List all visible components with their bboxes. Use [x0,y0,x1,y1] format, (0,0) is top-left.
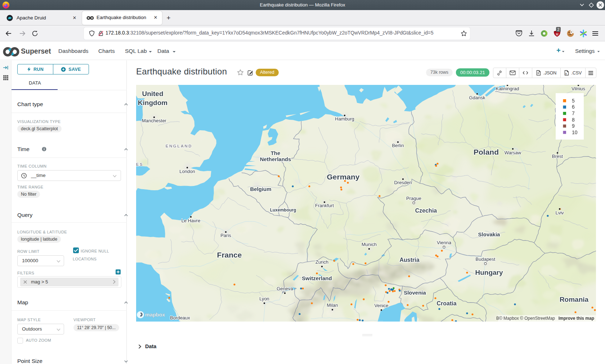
svg-text:Germany: Germany [327,173,359,181]
svg-text:Lyon: Lyon [259,296,269,301]
svg-text:Slovenia: Slovenia [404,290,426,296]
svg-text:x: x [565,72,567,75]
svg-text:Venice: Venice [374,303,388,308]
svg-text:Gdansk: Gdansk [469,95,485,100]
svg-text:Le Havre: Le Havre [182,218,201,223]
svg-text:London: London [179,169,195,174]
svg-text:8: 8 [572,117,575,123]
svg-text:Budapest: Budapest [476,256,496,262]
svg-text:Poland: Poland [474,148,499,156]
svg-text:Kaliningrad: Kaliningrad [496,86,519,91]
svg-text:Netherlands: Netherlands [260,156,291,162]
svg-text:Improve this map: Improve this map [559,316,594,321]
svg-text:Belgium: Belgium [250,186,271,192]
svg-text:6: 6 [572,104,575,110]
svg-text:Vienna: Vienna [437,240,452,245]
svg-text:Paris: Paris [220,233,231,238]
svg-text:Hamburg: Hamburg [335,116,354,122]
svg-text:10: 10 [572,129,578,135]
svg-text:ENGLAND: ENGLAND [166,144,192,148]
svg-text:Brest: Brest [552,154,563,159]
svg-text:Milan: Milan [327,302,338,308]
svg-text:Berlin: Berlin [392,143,404,148]
svg-text:Geneva: Geneva [277,286,293,291]
svg-text:Zurich: Zurich [315,259,328,265]
svg-text:B© Mapbox © OpenStreetMap: B© Mapbox © OpenStreetMap [496,316,555,321]
svg-text:Frankfurt: Frankfurt [315,203,334,208]
svg-text:mapbox: mapbox [145,312,165,318]
svg-text:Vilnius: Vilnius [572,86,586,91]
svg-text:Prague: Prague [406,196,421,201]
svg-text:Manchester: Manchester [142,118,167,123]
svg-text:The: The [271,150,281,156]
svg-text:Romania: Romania [560,296,589,303]
svg-text:Czechia: Czechia [415,208,437,214]
svg-text:Lviv: Lviv [555,210,564,215]
svg-text:Bordeaux: Bordeaux [170,315,190,320]
svg-text:U: U [556,32,559,36]
svg-text:Hungary: Hungary [475,269,503,276]
svg-text:France: France [217,251,242,259]
svg-text:Luxembourg: Luxembourg [270,208,296,213]
svg-text:Munich: Munich [362,242,377,247]
svg-text:5: 5 [572,98,575,104]
svg-text:Switzerland: Switzerland [302,275,332,281]
svg-text:ES: ES [136,162,143,167]
svg-text:Warsaw: Warsaw [505,150,521,155]
svg-text:Dresden: Dresden [394,180,412,185]
svg-text:United: United [142,90,163,97]
svg-text:Slovakia: Slovakia [478,231,501,237]
svg-text:7: 7 [572,110,575,116]
svg-text:Austria: Austria [399,257,419,263]
svg-text:Kingdom: Kingdom [138,99,167,106]
svg-text:Croatia: Croatia [436,300,456,306]
svg-text:9: 9 [572,123,575,129]
